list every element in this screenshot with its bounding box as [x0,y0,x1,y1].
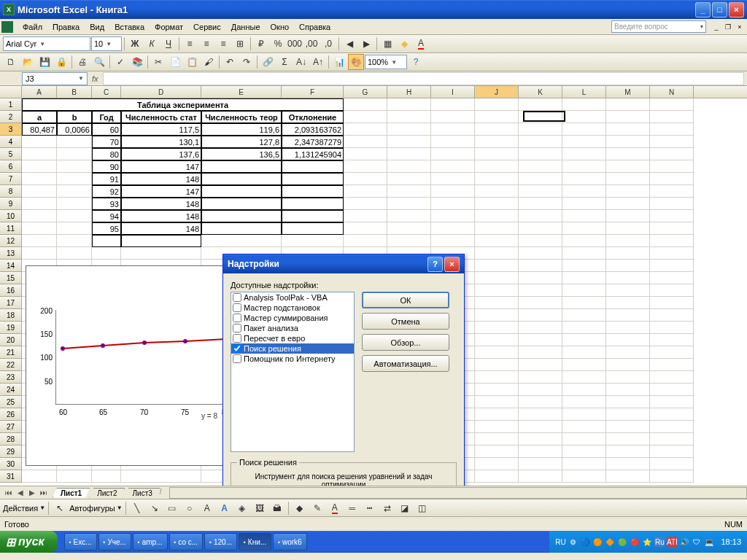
addin-item[interactable]: Мастер подстановок [231,303,354,313]
sheet-tab[interactable]: Лист2 [89,488,125,498]
menu-insert[interactable]: Вставка [109,21,150,33]
row-header[interactable]: 22 [0,359,22,371]
percent-button[interactable]: % [270,36,286,52]
tray-icon[interactable]: ATI [667,537,677,547]
cell[interactable] [650,371,694,384]
fontsize-combo[interactable]: 10▼ [91,36,122,51]
column-header[interactable]: A [22,86,57,98]
tab-next-button[interactable]: ▶ [26,489,38,497]
cell[interactable] [57,222,92,235]
column-header[interactable]: K [519,86,562,98]
cell[interactable] [57,173,92,185]
cell[interactable] [606,470,650,483]
cell[interactable] [282,210,344,222]
cell[interactable] [562,322,606,334]
ok-button[interactable]: ОК [362,292,449,308]
mdi-close[interactable]: × [734,22,746,32]
cell[interactable] [562,470,606,483]
cell[interactable] [344,173,387,185]
browse-button[interactable]: Обзор... [362,334,449,351]
sheet-tab[interactable]: Лист1 [53,488,90,498]
cell[interactable]: 2,347387279 [282,136,344,148]
cell[interactable] [519,458,562,470]
cell[interactable] [475,446,519,458]
row-header[interactable]: 13 [0,247,22,260]
cell[interactable] [92,470,121,483]
addins-listbox[interactable]: Analysis ToolPak - VBAМастер подстановок… [231,292,355,452]
row-header[interactable]: 17 [0,297,22,309]
cell[interactable] [475,322,519,334]
row-header[interactable]: 26 [0,408,22,421]
row-header[interactable]: 11 [0,222,22,235]
cell[interactable] [121,235,201,247]
taskbar-item[interactable]: ▪Уче... [98,533,131,551]
row-header[interactable]: 3 [0,123,22,136]
tray-icon[interactable]: ⭐ [642,537,652,547]
cell[interactable] [387,136,431,148]
rectangle-button[interactable]: ▭ [164,500,180,516]
cell[interactable] [475,123,519,136]
cell[interactable] [22,222,57,235]
cell[interactable] [606,173,650,185]
cell[interactable] [606,198,650,210]
cell[interactable] [606,284,650,297]
row-header[interactable]: 31 [0,470,22,483]
cell[interactable] [475,334,519,346]
cell[interactable]: 130,1 [121,136,201,148]
cell[interactable] [562,260,606,272]
menu-window[interactable]: Окно [266,21,295,33]
cell[interactable] [92,235,121,247]
cell[interactable] [606,210,650,222]
cell[interactable] [562,309,606,322]
cell[interactable] [519,148,562,160]
cell[interactable] [562,98,606,111]
arrow-style-button[interactable]: ⇄ [379,500,395,516]
line-style-button[interactable]: ═ [344,500,360,516]
row-header[interactable]: 15 [0,272,22,284]
cell[interactable] [475,173,519,185]
menu-view[interactable]: Вид [85,21,109,33]
maximize-button[interactable]: □ [712,2,727,18]
paste-button[interactable]: 📋 [184,54,200,70]
cell[interactable] [562,284,606,297]
cell[interactable] [650,160,694,173]
increase-indent-button[interactable]: ▶ [358,36,374,52]
cell[interactable] [606,136,650,148]
column-header[interactable]: D [121,86,201,98]
cell[interactable] [562,396,606,408]
cell[interactable] [22,235,57,247]
row-header[interactable]: 4 [0,136,22,148]
cell[interactable] [606,272,650,284]
tray-icon[interactable]: 🔵 [580,537,590,547]
cell[interactable] [344,198,387,210]
cell[interactable] [606,334,650,346]
tray-icon[interactable]: 💻 [704,537,714,547]
cell[interactable] [562,198,606,210]
row-header[interactable]: 6 [0,160,22,173]
cell[interactable] [282,235,344,247]
taskbar-item[interactable]: ▪120... [204,533,237,551]
close-button[interactable]: × [729,2,744,18]
cell[interactable] [431,173,475,185]
cell[interactable] [475,198,519,210]
undo-button[interactable]: ↶ [222,54,238,70]
align-right-button[interactable]: ≡ [215,36,231,52]
taskbar-item[interactable]: ▪Кни... [239,533,271,551]
cell[interactable] [201,185,282,198]
row-header[interactable]: 30 [0,458,22,470]
font-color-button[interactable]: A [413,36,429,52]
cell[interactable] [344,111,387,123]
cell[interactable] [519,222,562,235]
addin-item[interactable]: Мастер суммирования [231,313,354,323]
diagram-button[interactable]: ◈ [234,500,250,516]
cell[interactable] [201,173,282,185]
menu-data[interactable]: Данные [226,21,266,33]
cell[interactable] [344,160,387,173]
tray-icon[interactable]: 🔊 [679,537,689,547]
row-header[interactable]: 2 [0,111,22,123]
cell[interactable] [650,322,694,334]
row-header[interactable]: 21 [0,346,22,359]
cell[interactable]: 117,5 [121,123,201,136]
cell[interactable] [519,111,562,123]
cell[interactable] [650,309,694,322]
